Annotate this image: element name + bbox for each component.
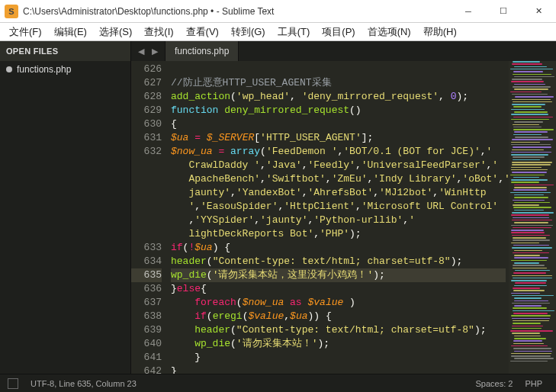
app-icon: S bbox=[5, 5, 18, 18]
code-line[interactable]: if(eregi($value,$ua)) { bbox=[171, 310, 506, 323]
line-number: 641 bbox=[131, 351, 162, 365]
status-position[interactable]: UTF-8, Line 635, Column 23 bbox=[24, 379, 143, 388]
code-line[interactable]: } bbox=[171, 351, 506, 365]
menu-item[interactable]: 项目(P) bbox=[316, 24, 361, 40]
line-number-gutter: 6266276286296306316326336346356366376386… bbox=[131, 61, 168, 374]
code-line[interactable]: header("Content-type: text/html; charset… bbox=[171, 323, 506, 337]
code-line[interactable]: } bbox=[171, 365, 506, 374]
menu-item[interactable]: 选择(S) bbox=[93, 24, 138, 40]
line-number: 630 bbox=[131, 117, 162, 131]
code-line[interactable]: foreach($now_ua as $value ) bbox=[171, 296, 506, 310]
code-line[interactable]: }else{ bbox=[171, 282, 506, 296]
code-line[interactable]: wp_die('请勿采集本站！'); bbox=[171, 337, 506, 351]
line-number: 634 bbox=[131, 255, 162, 268]
line-number: 637 bbox=[131, 296, 162, 310]
code-line[interactable]: if(!$ua) { bbox=[171, 241, 506, 255]
line-number: 627 bbox=[131, 76, 162, 90]
tab-label: functions.php bbox=[175, 46, 229, 56]
code-line[interactable]: //防止恶意HTTP_USER_AGENT采集 bbox=[171, 76, 506, 90]
line-number: 638 bbox=[131, 310, 162, 323]
code-line[interactable]: header("Content-type: text/html; charset… bbox=[171, 255, 506, 268]
code-content[interactable]: //防止恶意HTTP_USER_AGENT采集add_action('wp_he… bbox=[168, 61, 509, 374]
code-line[interactable]: function deny_mirrored_request() bbox=[171, 104, 506, 117]
line-number: 633 bbox=[131, 241, 162, 255]
line-number: 639 bbox=[131, 323, 162, 337]
menu-item[interactable]: 编辑(E) bbox=[48, 24, 93, 40]
tab-functions-php[interactable]: functions.php bbox=[165, 41, 239, 61]
code-line[interactable] bbox=[171, 63, 506, 76]
window-titlebar: S C:\Users\Administrator\Desktop\functio… bbox=[0, 0, 556, 23]
window-close-button[interactable]: ✕ bbox=[521, 0, 556, 22]
code-line[interactable]: { bbox=[171, 117, 506, 131]
line-number: 626 bbox=[131, 63, 162, 76]
sidebar: OPEN FILES functions.php bbox=[0, 41, 131, 374]
menu-bar: 文件(F)编辑(E)选择(S)查找(I)查看(V)转到(G)工具(T)项目(P)… bbox=[0, 23, 556, 41]
line-number: 636 bbox=[131, 282, 162, 296]
line-number: 628 bbox=[131, 90, 162, 104]
window-maximize-button[interactable]: ☐ bbox=[486, 0, 521, 22]
window-minimize-button[interactable]: ─ bbox=[451, 0, 486, 22]
menu-item[interactable]: 首选项(N) bbox=[362, 24, 417, 40]
open-file-item[interactable]: functions.php bbox=[0, 61, 130, 78]
status-indent[interactable]: Spaces: 2 bbox=[469, 379, 519, 388]
line-number: 640 bbox=[131, 337, 162, 351]
line-number: 642 bbox=[131, 365, 162, 378]
line-number: 635 bbox=[131, 268, 162, 282]
status-panel-icon[interactable] bbox=[8, 378, 18, 389]
tab-history-back-icon[interactable]: ◀ bbox=[136, 47, 146, 56]
line-number: 629 bbox=[131, 104, 162, 117]
sidebar-open-files-header: OPEN FILES bbox=[0, 41, 130, 61]
code-line[interactable]: $now_ua = array('FeedDemon ','BOT/0.1 (B… bbox=[171, 145, 506, 241]
code-line[interactable]: add_action('wp_head', 'deny_mirrored_req… bbox=[171, 90, 506, 104]
open-file-label: functions.php bbox=[17, 64, 71, 75]
line-number: 632 bbox=[131, 145, 162, 241]
status-bar: UTF-8, Line 635, Column 23 Spaces: 2 PHP bbox=[0, 374, 556, 392]
tab-history-forward-icon[interactable]: ▶ bbox=[149, 47, 160, 56]
status-syntax[interactable]: PHP bbox=[519, 379, 548, 388]
menu-item[interactable]: 查找(I) bbox=[138, 24, 179, 40]
tab-bar: ◀ ▶ functions.php bbox=[131, 41, 556, 61]
unsaved-indicator-icon bbox=[6, 66, 12, 72]
menu-item[interactable]: 工具(T) bbox=[272, 24, 317, 40]
menu-item[interactable]: 转到(G) bbox=[225, 24, 272, 40]
menu-item[interactable]: 文件(F) bbox=[3, 24, 48, 40]
menu-item[interactable]: 查看(V) bbox=[180, 24, 225, 40]
line-number: 631 bbox=[131, 131, 162, 145]
code-editor[interactable]: 6266276286296306316326336346356366376386… bbox=[131, 61, 556, 374]
code-line[interactable]: wp_die('请勿采集本站，这里没有小鸡鸡！'); bbox=[171, 268, 506, 282]
code-line[interactable]: $ua = $_SERVER['HTTP_USER_AGENT']; bbox=[171, 131, 506, 145]
menu-item[interactable]: 帮助(H) bbox=[417, 24, 463, 40]
window-title: C:\Users\Administrator\Desktop\functions… bbox=[23, 6, 451, 17]
minimap[interactable] bbox=[509, 61, 556, 374]
